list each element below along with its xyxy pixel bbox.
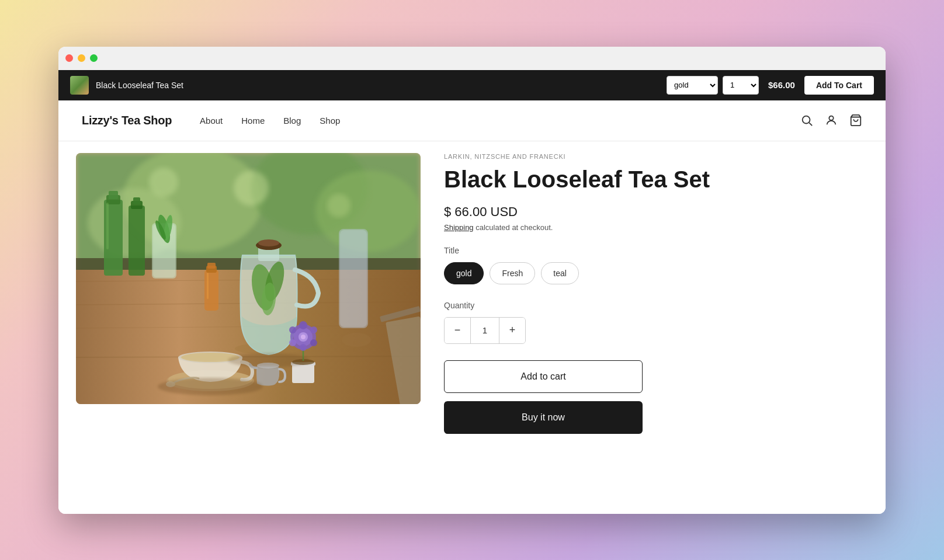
browser-window: Black Looseleaf Tea Set gold Fresh teal … <box>58 47 886 514</box>
nav-link-home[interactable]: Home <box>241 116 265 126</box>
close-button[interactable] <box>65 54 73 62</box>
svg-point-54 <box>299 321 307 329</box>
tea-scene-svg <box>76 153 421 404</box>
svg-point-61 <box>301 335 306 339</box>
store-logo: Lizzy's Tea Shop <box>82 114 172 127</box>
store-nav-icons <box>800 114 862 127</box>
quantity-decrease-button[interactable]: − <box>445 318 470 343</box>
sticky-bar-left: Black Looseleaf Tea Set <box>70 76 667 95</box>
quantity-increase-button[interactable]: + <box>499 318 525 343</box>
shipping-link[interactable]: Shipping <box>444 223 474 232</box>
svg-point-18 <box>342 333 371 347</box>
svg-point-55 <box>310 326 317 333</box>
product-main-image <box>76 153 421 404</box>
svg-rect-63 <box>340 230 367 327</box>
quantity-control: − 1 + <box>444 317 526 344</box>
sticky-bar: Black Looseleaf Tea Set gold Fresh teal … <box>58 70 886 100</box>
add-to-cart-button[interactable]: Add to cart <box>444 360 643 393</box>
svg-line-1 <box>809 123 812 126</box>
nav-link-blog[interactable]: Blog <box>283 116 301 126</box>
svg-point-34 <box>258 239 279 246</box>
svg-point-57 <box>300 344 307 351</box>
search-icon[interactable] <box>800 114 813 127</box>
nav-link-shop[interactable]: Shop <box>320 116 340 126</box>
sticky-add-to-cart-button[interactable]: Add To Cart <box>804 76 874 95</box>
sticky-bar-right: gold Fresh teal 1 2 3 $66.00 Add To Cart <box>667 76 874 95</box>
title-options: gold Fresh teal <box>444 262 862 284</box>
svg-rect-21 <box>109 191 118 199</box>
title-bar <box>58 47 886 70</box>
svg-point-2 <box>829 116 833 120</box>
svg-point-67 <box>228 353 310 367</box>
svg-point-11 <box>149 168 178 197</box>
store-nav-links: About Home Blog Shop <box>200 116 800 126</box>
main-content: LARKIN, NITZSCHE AND FRANECKI Black Loos… <box>58 141 886 514</box>
sticky-quantity-select[interactable]: 1 2 3 <box>723 76 759 95</box>
svg-rect-38 <box>204 270 218 311</box>
account-icon[interactable] <box>825 114 838 127</box>
svg-point-66 <box>158 378 263 395</box>
svg-rect-25 <box>133 197 140 204</box>
minimize-button[interactable] <box>78 54 85 62</box>
sticky-product-thumbnail <box>70 76 89 95</box>
svg-point-0 <box>803 116 810 124</box>
shipping-note: Shipping calculated at checkout. <box>444 223 862 232</box>
title-option-fresh[interactable]: Fresh <box>490 262 535 284</box>
svg-rect-22 <box>106 203 109 249</box>
svg-rect-23 <box>129 206 145 276</box>
product-details: LARKIN, NITZSCHE AND FRANECKI Black Loos… <box>421 141 886 514</box>
title-option-label: Title <box>444 246 862 255</box>
sticky-variant-select[interactable]: gold Fresh teal <box>667 76 718 95</box>
svg-point-56 <box>310 339 317 346</box>
svg-rect-41 <box>207 273 209 299</box>
svg-point-58 <box>289 339 296 346</box>
maximize-button[interactable] <box>90 54 98 62</box>
title-option-teal[interactable]: teal <box>541 262 579 284</box>
svg-rect-40 <box>207 263 216 269</box>
store-nav: Lizzy's Tea Shop About Home Blog Shop <box>58 100 886 141</box>
svg-rect-48 <box>292 363 314 383</box>
title-option-gold[interactable]: gold <box>444 262 484 284</box>
svg-point-9 <box>234 171 269 206</box>
product-gallery <box>58 141 421 514</box>
quantity-label: Quantity <box>444 301 862 310</box>
sticky-price: $66.00 <box>768 80 795 90</box>
product-title: Black Looseleaf Tea Set <box>444 166 862 193</box>
vendor-name: LARKIN, NITZSCHE AND FRANECKI <box>444 153 862 160</box>
quantity-value: 1 <box>470 318 499 343</box>
shipping-text: calculated at checkout. <box>476 223 553 232</box>
buy-now-button[interactable]: Buy it now <box>444 401 643 434</box>
cart-icon[interactable] <box>849 114 862 127</box>
nav-link-about[interactable]: About <box>200 116 223 126</box>
svg-point-10 <box>327 194 350 217</box>
svg-point-59 <box>289 326 296 333</box>
sticky-product-title: Black Looseleaf Tea Set <box>96 81 183 90</box>
product-price: $ 66.00 USD <box>444 204 862 220</box>
